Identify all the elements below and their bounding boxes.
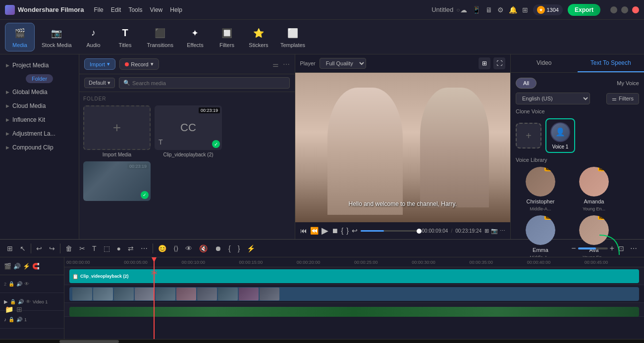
language-select[interactable]: English (US) xyxy=(516,93,590,104)
sidebar-item-global-media[interactable]: ▶ Global Media xyxy=(0,85,79,99)
sidebar-item-influence-kit[interactable]: ▶ Influence Kit xyxy=(0,113,79,127)
play-range-button[interactable]: ↩ xyxy=(352,227,358,235)
track1-eye-icon[interactable]: 👁 xyxy=(24,281,29,287)
voice-card-christopher[interactable]: NEW Christopher Middle-A... xyxy=(516,167,565,211)
keyframe-button[interactable]: ⟨⟩ xyxy=(171,244,180,253)
menu-view[interactable]: View xyxy=(150,6,162,13)
emoji-button[interactable]: 😊 xyxy=(156,244,168,253)
prev-frame-button[interactable]: ⏮ xyxy=(300,227,307,235)
tool-templates[interactable]: ⬜ Templates xyxy=(275,23,310,51)
menu-file[interactable]: File xyxy=(94,6,103,13)
clone-add-button[interactable]: + xyxy=(516,123,541,148)
grid-view-icon[interactable]: ⊞ xyxy=(16,305,22,313)
menu-help[interactable]: Help xyxy=(170,6,182,13)
cloud-icon[interactable]: ☁ xyxy=(460,6,467,14)
import-button[interactable]: Import ▾ xyxy=(84,58,115,70)
track1-audio-icon[interactable]: 🔊 xyxy=(16,281,22,287)
record-button[interactable]: Record ▾ xyxy=(119,58,159,70)
tool-media[interactable]: 🎬 Media xyxy=(5,23,35,51)
track2-audio-icon[interactable]: 🔊 xyxy=(18,299,24,304)
timeline-scrollbar[interactable] xyxy=(0,339,644,343)
cut-button[interactable]: ✂ xyxy=(77,244,87,253)
clip-thumb[interactable]: 00:23:19 ✓ xyxy=(83,161,151,201)
monitor-icon[interactable]: 🖥 xyxy=(485,6,492,14)
crop-button[interactable]: ⬚ xyxy=(102,244,112,253)
tab-video[interactable]: Video xyxy=(511,54,578,72)
track2-clip[interactable] xyxy=(69,287,639,301)
tool-titles[interactable]: T Titles xyxy=(110,23,140,51)
add-audio-track[interactable]: 🔊 xyxy=(13,263,21,270)
grid-icon[interactable]: ⊞ xyxy=(522,6,528,14)
import-placeholder-thumb[interactable]: + xyxy=(83,105,151,150)
search-input[interactable] xyxy=(132,80,285,86)
undo-button[interactable]: ↩ xyxy=(34,244,44,253)
folder-button[interactable]: Folder xyxy=(26,74,53,83)
track3-audio-icon[interactable]: 🔊 xyxy=(16,317,22,322)
voice1-card[interactable]: 👤 Voice 1 xyxy=(545,118,575,153)
scenes-button[interactable]: ⊞ xyxy=(5,244,15,253)
sidebar-item-adjustment[interactable]: ▶ Adjustment La... xyxy=(0,127,79,141)
media-more-icon[interactable]: ⋯ xyxy=(283,60,290,68)
progress-bar[interactable] xyxy=(361,230,419,232)
eye-button[interactable]: 👁 xyxy=(183,244,194,253)
stop-button[interactable]: ⏹ xyxy=(331,227,338,235)
mark-out-tl[interactable]: } xyxy=(236,244,242,253)
track3-clip[interactable] xyxy=(69,307,639,317)
merge-button[interactable]: ⇄ xyxy=(126,244,136,253)
zoom-slider[interactable] xyxy=(578,247,608,249)
default-dropdown[interactable]: Default ▾ xyxy=(84,78,115,88)
track2-lock-icon[interactable]: 🔒 xyxy=(10,299,16,304)
sidebar-item-compound-clip[interactable]: ▶ Compound Clip xyxy=(0,141,79,154)
screen-icon[interactable]: 📱 xyxy=(472,6,481,14)
play-button[interactable]: ▶ xyxy=(322,225,328,236)
tool-audio[interactable]: ♪ Audio xyxy=(79,23,108,51)
mark-out-button[interactable]: } xyxy=(346,227,349,235)
play-back-button[interactable]: ⏪ xyxy=(310,227,319,235)
minimize-button[interactable] xyxy=(610,6,617,13)
snapshot-button[interactable]: 📷 xyxy=(491,228,498,234)
ai-audio-button[interactable]: ● xyxy=(115,244,123,253)
track3-lock-icon[interactable]: 🔒 xyxy=(8,317,14,322)
more-tl-button[interactable]: ⋯ xyxy=(628,244,639,253)
scroll-thumb[interactable] xyxy=(59,340,119,343)
text-tool[interactable]: T xyxy=(90,244,99,253)
add-video-track[interactable]: 🎬 xyxy=(4,263,11,270)
all-button[interactable]: All xyxy=(516,78,537,89)
sidebar-item-project-media[interactable]: ▶ Project Media xyxy=(0,58,79,72)
snap-button[interactable]: 🧲 xyxy=(32,263,40,270)
close-button[interactable] xyxy=(632,6,639,13)
delete-button[interactable]: 🗑 xyxy=(63,244,74,253)
speed-button[interactable]: ⚡ xyxy=(245,244,257,253)
quality-select[interactable]: Full Quality xyxy=(320,58,366,69)
expand-button[interactable]: ⋯ xyxy=(139,244,150,253)
redo-button[interactable]: ↪ xyxy=(47,244,57,253)
split-view-icon[interactable]: ⊞ xyxy=(479,57,490,69)
tool-transitions[interactable]: ⬛ Transitions xyxy=(142,23,178,51)
tool-stickers[interactable]: ⭐ Stickers xyxy=(244,23,273,51)
maximize-button[interactable] xyxy=(621,6,628,13)
tab-tts[interactable]: Text To Speech xyxy=(578,54,644,72)
my-voice-button[interactable]: My Voice xyxy=(617,80,639,86)
voice-card-amanda[interactable]: NEW Amanda Young En... xyxy=(569,167,619,211)
track1-lock-icon[interactable]: 🔒 xyxy=(8,281,14,287)
mute-button[interactable]: 🔇 xyxy=(197,244,210,253)
grid-button[interactable]: ⊞ xyxy=(484,228,489,234)
filters-button[interactable]: ⚌ Filters xyxy=(606,93,639,104)
media-filter-icon[interactable]: ⚌ xyxy=(272,60,279,68)
sidebar-item-cloud-media[interactable]: ▶ Cloud Media xyxy=(0,99,79,113)
select-tool[interactable]: ↖ xyxy=(18,244,28,253)
settings-icon[interactable]: ⚙ xyxy=(497,6,504,14)
more-button[interactable]: ⋯ xyxy=(500,228,505,234)
fullscreen-icon[interactable]: ⛶ xyxy=(493,57,505,69)
mark-in-button[interactable]: { xyxy=(341,227,344,235)
tool-effects[interactable]: ✦ Effects xyxy=(180,23,210,51)
mark-in-tl[interactable]: { xyxy=(226,244,233,253)
clip-cc-thumb[interactable]: 00:23:19 CC T ✓ xyxy=(155,105,222,150)
bell-icon[interactable]: 🔔 xyxy=(509,6,517,14)
record-tl-button[interactable]: ⏺ xyxy=(213,244,223,253)
zoom-out-button[interactable]: − xyxy=(571,244,576,253)
menu-tools[interactable]: Tools xyxy=(128,6,142,13)
tool-stock-media[interactable]: 📷 Stock Media xyxy=(37,23,77,51)
tool-filters[interactable]: 🔲 Filters xyxy=(212,23,242,51)
folder-add-icon[interactable]: 📁 xyxy=(5,305,13,313)
